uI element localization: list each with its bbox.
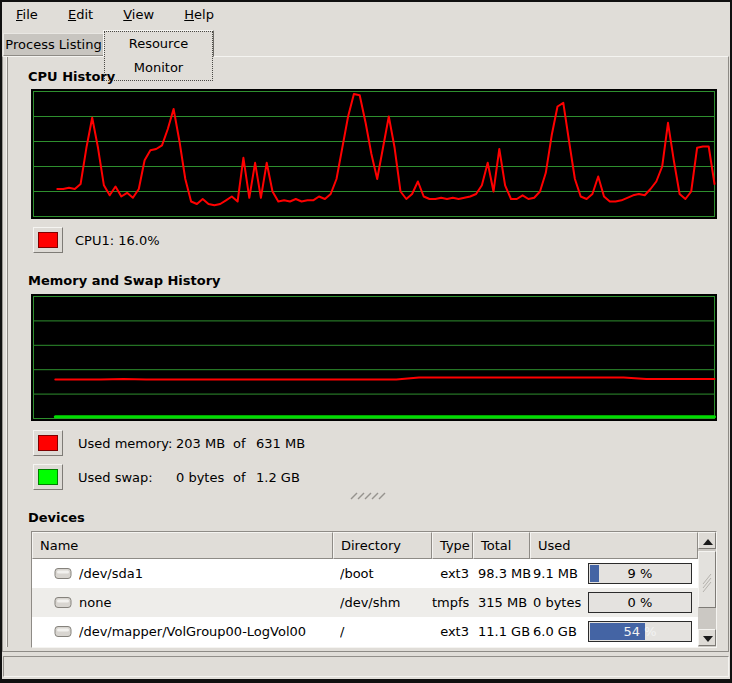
disk-icon bbox=[54, 595, 73, 610]
device-type: tmpfs bbox=[432, 588, 469, 617]
arrow-up-icon bbox=[703, 539, 713, 545]
column-header-directory[interactable]: Directory bbox=[333, 532, 432, 559]
memory-total-value: 631 MB bbox=[256, 436, 305, 451]
memory-used-value: 203 MB bbox=[176, 436, 225, 451]
devices-table: Name Directory Type Total Used /dev/sda1… bbox=[31, 531, 717, 648]
swap-color-button[interactable] bbox=[33, 464, 63, 490]
device-directory: /boot bbox=[340, 559, 430, 588]
grip-slashes-icon bbox=[350, 491, 388, 501]
device-directory: / bbox=[340, 617, 430, 646]
device-usage-label: 54 % bbox=[589, 622, 691, 641]
tab-process-listing-label: Process Listing bbox=[5, 37, 101, 52]
swap-color-swatch bbox=[38, 469, 58, 485]
cpu-legend-label: CPU1: 16.0% bbox=[75, 233, 160, 248]
memory-color-button[interactable] bbox=[33, 430, 63, 456]
devices-scrollbar[interactable] bbox=[698, 532, 716, 647]
tab-process-listing[interactable]: Process Listing bbox=[3, 33, 104, 56]
memory-history-chart bbox=[31, 294, 717, 421]
device-row-volgroup[interactable]: /dev/mapper/VolGroup00-LogVol00 / ext3 1… bbox=[32, 617, 698, 646]
disk-icon bbox=[54, 624, 73, 639]
menu-edit[interactable]: Edit bbox=[56, 2, 105, 26]
memory-chart-svg bbox=[31, 294, 717, 421]
device-usage-label: 0 % bbox=[589, 593, 691, 612]
swap-of-label: of bbox=[233, 470, 246, 485]
scrollbar-up-button[interactable] bbox=[698, 532, 716, 549]
memory-legend-label: Used memory: bbox=[78, 436, 172, 451]
device-used: 0 bytes bbox=[533, 588, 587, 617]
device-total: 11.1 GB bbox=[478, 617, 533, 646]
memory-of-label: of bbox=[233, 436, 246, 451]
statusbar bbox=[3, 656, 729, 677]
swap-used-value: 0 bytes bbox=[176, 470, 224, 485]
device-usage-label: 9 % bbox=[589, 564, 691, 583]
device-total: 98.3 MB bbox=[478, 559, 533, 588]
menu-view[interactable]: View bbox=[111, 2, 166, 26]
scrollbar-thumb[interactable] bbox=[698, 551, 716, 608]
menu-file[interactable]: File bbox=[4, 2, 50, 26]
cpu-color-button[interactable] bbox=[33, 227, 63, 253]
swap-total-value: 1.2 GB bbox=[256, 470, 300, 485]
device-type: ext3 bbox=[432, 559, 469, 588]
device-usage-bar: 54 % bbox=[588, 621, 692, 642]
pane-resize-grip[interactable] bbox=[350, 489, 388, 504]
arrow-down-icon bbox=[703, 636, 713, 642]
device-total: 315 MB bbox=[478, 588, 533, 617]
column-header-type[interactable]: Type bbox=[432, 532, 473, 559]
devices-table-header: Name Directory Type Total Used bbox=[32, 532, 698, 559]
tab-resource-monitor-label: Resource Monitor bbox=[104, 31, 213, 81]
column-header-name[interactable]: Name bbox=[32, 532, 333, 559]
devices-title: Devices bbox=[28, 510, 85, 525]
device-usage-bar: 0 % bbox=[588, 592, 692, 613]
scrollbar-down-button[interactable] bbox=[698, 629, 716, 646]
memory-history-title: Memory and Swap History bbox=[28, 273, 221, 288]
thumb-grip-icon bbox=[699, 552, 715, 607]
device-row-sda1[interactable]: /dev/sda1 /boot ext3 98.3 MB 9.1 MB 9 % bbox=[32, 559, 698, 588]
menu-help[interactable]: Help bbox=[172, 2, 226, 26]
cpu-history-chart bbox=[31, 89, 717, 219]
device-used: 6.0 GB bbox=[533, 617, 587, 646]
system-monitor-window: File Edit View Help Process Listing Reso… bbox=[0, 0, 732, 683]
device-row-none[interactable]: none /dev/shm tmpfs 315 MB 0 bytes 0 % bbox=[32, 588, 698, 617]
device-directory: /dev/shm bbox=[340, 588, 430, 617]
swap-legend-label: Used swap: bbox=[78, 470, 153, 485]
tab-resource-monitor[interactable]: Resource Monitor bbox=[103, 30, 214, 57]
cpu-color-swatch bbox=[38, 232, 58, 248]
cpu-chart-svg bbox=[31, 89, 717, 219]
device-name: /dev/sda1 bbox=[79, 559, 329, 588]
disk-icon bbox=[54, 566, 73, 581]
device-type: ext3 bbox=[432, 617, 469, 646]
menubar: File Edit View Help bbox=[2, 2, 730, 31]
device-name: none bbox=[79, 588, 329, 617]
device-usage-bar: 9 % bbox=[588, 563, 692, 584]
device-used: 9.1 MB bbox=[533, 559, 587, 588]
cpu-history-title: CPU History bbox=[28, 69, 115, 84]
column-header-total[interactable]: Total bbox=[473, 532, 530, 559]
column-header-used[interactable]: Used bbox=[530, 532, 698, 559]
memory-color-swatch bbox=[38, 435, 58, 451]
device-name: /dev/mapper/VolGroup00-LogVol00 bbox=[79, 617, 329, 646]
